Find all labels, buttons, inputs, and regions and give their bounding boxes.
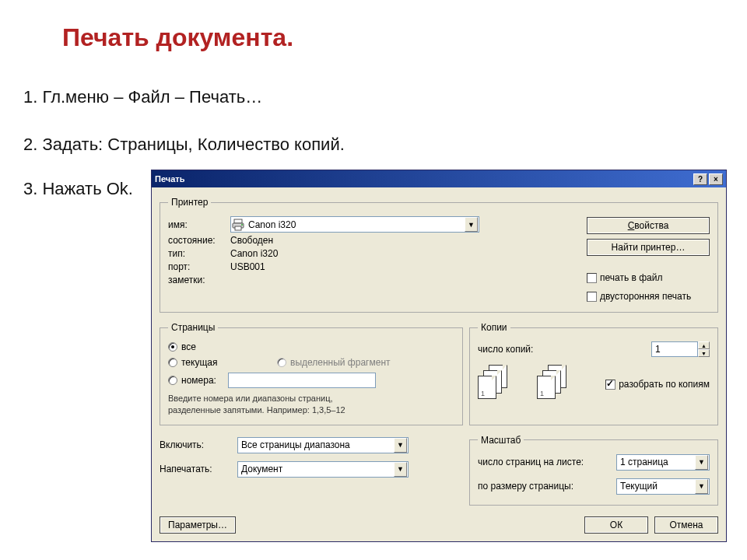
scale-legend: Масштаб	[478, 435, 524, 446]
include-select[interactable]: Все страницы диапазона ▼	[237, 437, 409, 453]
duplex-checkbox[interactable]: двусторонняя печать	[587, 291, 710, 302]
svg-point-3	[241, 224, 243, 226]
radio-numbers-label: номера:	[181, 375, 228, 386]
copies-input[interactable]	[651, 341, 698, 357]
printer-group: Принтер имя:	[160, 197, 718, 313]
radio-icon	[168, 342, 177, 352]
print-to-file-label: печать в файл	[600, 272, 662, 283]
step-3: 3. Нажать Ok.	[23, 179, 133, 199]
collate-label: разобрать по копиям	[619, 379, 710, 390]
print-to-file-checkbox[interactable]: печать в файл	[587, 272, 710, 283]
include-label: Включить:	[160, 439, 237, 450]
port-value: USB001	[230, 261, 580, 272]
dropdown-icon[interactable]: ▼	[465, 217, 478, 232]
copies-count-label: число копий:	[478, 344, 651, 355]
print-what-label: Напечатать:	[160, 464, 237, 474]
print-what-select[interactable]: Документ ▼	[237, 461, 409, 478]
include-value: Все страницы диапазона	[238, 439, 393, 450]
dropdown-icon[interactable]: ▼	[394, 438, 407, 453]
page-numbers-input[interactable]	[228, 373, 376, 388]
radio-selection: выделенный фрагмент	[277, 357, 391, 368]
svg-rect-0	[234, 219, 242, 223]
spinner-down-icon[interactable]: ▼	[698, 349, 710, 357]
copies-legend: Копии	[478, 322, 510, 333]
pages-hint: Введите номера или диапазоны страниц, ра…	[168, 393, 454, 417]
printer-name-label: имя:	[168, 219, 230, 230]
collate-checkbox[interactable]: разобрать по копиям	[605, 379, 710, 390]
checkbox-icon	[605, 380, 615, 390]
spinner-up-icon[interactable]: ▲	[698, 341, 710, 349]
titlebar[interactable]: Печать ? ×	[152, 170, 726, 187]
step-1: 1. Гл.меню – Файл – Печать…	[23, 87, 262, 107]
printer-legend: Принтер	[168, 197, 211, 208]
radio-all[interactable]: все	[168, 341, 454, 352]
type-label: тип:	[168, 248, 230, 259]
svg-rect-2	[235, 226, 241, 230]
fit-to-page-value: Текущий	[617, 481, 694, 492]
type-value: Canon i320	[230, 248, 580, 259]
parameters-button[interactable]: Параметры…	[160, 516, 236, 534]
status-label: состояние:	[168, 235, 230, 246]
pages-group: Страницы все текущая выделенный фрагмент	[160, 322, 463, 425]
printer-icon	[231, 219, 245, 231]
print-dialog: Печать ? × Принтер имя:	[151, 170, 727, 542]
checkbox-icon	[587, 273, 597, 283]
copies-group: Копии число копий: ▲ ▼ 3	[469, 322, 718, 425]
pages-legend: Страницы	[168, 322, 218, 333]
titlebar-title: Печать	[155, 174, 692, 184]
slide-title: Печать документа.	[62, 23, 293, 52]
pages-per-sheet-value: 1 страница	[617, 457, 694, 467]
duplex-label: двусторонняя печать	[600, 291, 691, 302]
radio-numbers[interactable]: номера:	[168, 373, 454, 388]
radio-icon	[168, 376, 177, 385]
fit-to-page-label: по размеру страницы:	[478, 481, 616, 492]
radio-all-label: все	[181, 341, 196, 352]
radio-selection-label: выделенный фрагмент	[290, 357, 391, 368]
ok-button[interactable]: ОК	[584, 516, 648, 534]
properties-button[interactable]: Свойства	[587, 217, 710, 234]
copies-spinner[interactable]: ▲ ▼	[651, 341, 710, 357]
radio-icon	[168, 358, 177, 367]
pages-per-sheet-select[interactable]: 1 страница ▼	[616, 454, 710, 471]
scale-group: Масштаб число страниц на листе: 1 страни…	[469, 435, 718, 506]
radio-current[interactable]: текущая	[168, 357, 277, 368]
printer-name-select[interactable]: Canon i320 ▼	[230, 216, 479, 233]
dropdown-icon[interactable]: ▼	[394, 462, 407, 477]
notes-label: заметки:	[168, 275, 230, 285]
radio-icon	[277, 358, 286, 367]
collate-diagram-icon: 3 2 1	[478, 365, 517, 404]
fit-to-page-select[interactable]: Текущий ▼	[616, 478, 710, 495]
find-printer-button[interactable]: Найти принтер…	[587, 239, 710, 256]
collate-diagram-icon: 3 2 1	[537, 365, 576, 404]
checkbox-icon	[587, 292, 597, 302]
print-what-value: Документ	[238, 464, 393, 474]
pages-per-sheet-label: число страниц на листе:	[478, 457, 616, 467]
port-label: порт:	[168, 261, 230, 272]
close-button[interactable]: ×	[709, 173, 723, 185]
dropdown-icon[interactable]: ▼	[695, 479, 708, 494]
status-value: Свободен	[230, 235, 580, 246]
radio-current-label: текущая	[181, 357, 217, 368]
cancel-button[interactable]: Отмена	[654, 516, 718, 534]
help-button[interactable]: ?	[693, 173, 707, 185]
printer-name-value: Canon i320	[245, 219, 464, 230]
dropdown-icon[interactable]: ▼	[695, 455, 708, 470]
step-2: 2. Задать: Страницы, Количество копий.	[23, 135, 345, 155]
